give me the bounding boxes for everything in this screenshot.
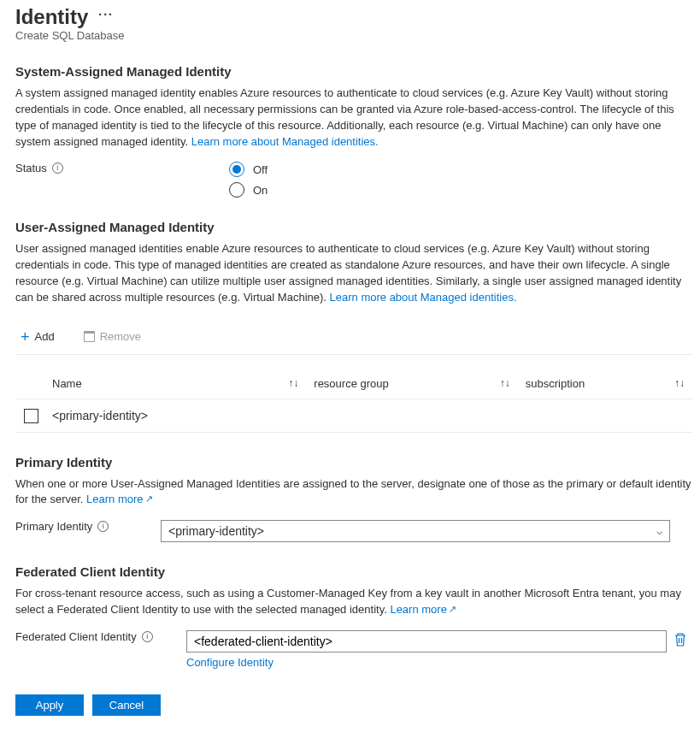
federated-client-identity-input[interactable]: [186, 630, 667, 653]
sort-icon: ↑↓: [674, 377, 685, 389]
add-button[interactable]: + Add: [15, 328, 60, 345]
identity-toolbar: + Add Remove: [15, 318, 693, 355]
system-assigned-learn-more-link[interactable]: Learn more about Managed identities.: [191, 135, 379, 148]
remove-button[interactable]: Remove: [79, 329, 146, 344]
system-assigned-heading: System-Assigned Managed Identity: [15, 64, 693, 79]
external-link-icon: ↗: [449, 604, 456, 614]
status-radio-group: Off On: [229, 162, 268, 198]
action-buttons: Apply Cancel: [15, 694, 693, 716]
sort-icon: ↑↓: [500, 377, 510, 389]
more-icon[interactable]: ···: [98, 8, 114, 21]
info-icon[interactable]: i: [142, 631, 153, 642]
column-subscription[interactable]: subscription ↑↓: [519, 370, 693, 399]
primary-identity-select[interactable]: <primary-identity> ⌵: [161, 520, 670, 542]
page-subtitle: Create SQL Database: [15, 29, 693, 42]
delete-icon[interactable]: [674, 632, 687, 650]
primary-identity-label: Primary Identity i: [15, 520, 161, 533]
system-assigned-description: A system assigned managed identity enabl…: [15, 86, 693, 150]
column-select: [15, 370, 45, 399]
info-icon[interactable]: i: [97, 521, 109, 532]
table-row[interactable]: <primary-identity>: [15, 399, 693, 432]
status-off-option[interactable]: Off: [229, 162, 268, 177]
primary-identity-description: When one or more User-Assigned Managed I…: [15, 476, 693, 509]
title-text: Identity: [15, 5, 88, 29]
federated-learn-more-link[interactable]: Learn more↗: [390, 603, 456, 616]
external-link-icon: ↗: [145, 493, 153, 504]
radio-icon: [229, 162, 244, 177]
column-name[interactable]: Name ↑↓: [45, 370, 307, 399]
identities-table: Name ↑↓ resource group ↑↓ subscription ↑…: [15, 370, 693, 433]
user-assigned-heading: User-Assigned Managed Identity: [15, 220, 693, 234]
federated-heading: Federated Client Identity: [15, 564, 693, 579]
status-on-option[interactable]: On: [229, 182, 268, 198]
primary-identity-learn-more-link[interactable]: Learn more↗: [86, 493, 152, 505]
row-checkbox[interactable]: [24, 409, 38, 423]
column-resource-group[interactable]: resource group ↑↓: [307, 370, 518, 399]
cancel-button[interactable]: Cancel: [92, 694, 161, 716]
configure-identity-link[interactable]: Configure Identity: [186, 656, 274, 669]
plus-icon: +: [21, 329, 30, 345]
trash-icon: [84, 331, 95, 342]
status-label: Status i: [15, 162, 229, 174]
page-title: Identity ···: [15, 5, 693, 29]
apply-button[interactable]: Apply: [15, 694, 84, 716]
chevron-down-icon: ⌵: [656, 525, 662, 537]
row-name: <primary-identity>: [45, 399, 307, 432]
primary-identity-heading: Primary Identity: [15, 455, 693, 469]
sort-icon: ↑↓: [288, 377, 298, 389]
info-icon[interactable]: i: [52, 162, 63, 174]
federated-label: Federated Client Identity i: [15, 630, 186, 643]
radio-icon: [229, 182, 244, 198]
user-assigned-description: User assigned managed identities enable …: [15, 241, 693, 305]
federated-description: For cross-tenant resource access, such a…: [15, 586, 693, 618]
user-assigned-learn-more-link[interactable]: Learn more about Managed identities.: [330, 291, 517, 304]
